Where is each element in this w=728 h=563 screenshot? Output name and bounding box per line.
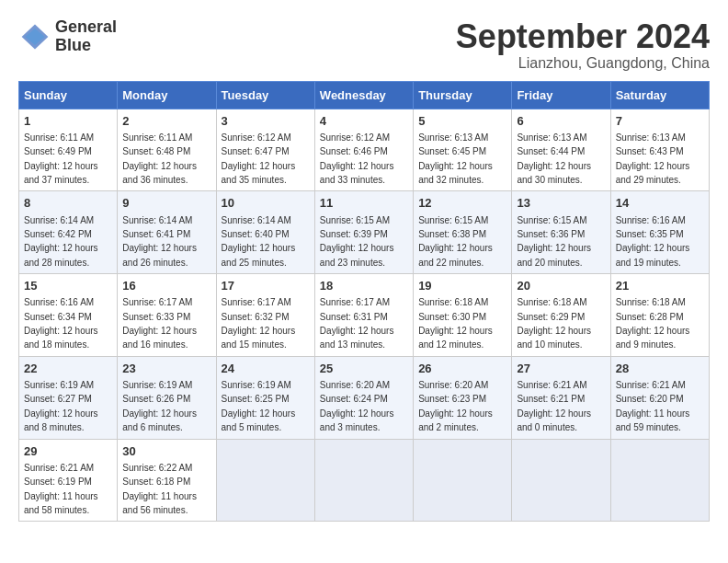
col-monday: Monday xyxy=(118,81,216,109)
day-info: Sunrise: 6:14 AMSunset: 6:42 PMDaylight:… xyxy=(24,215,98,268)
logo-text: General Blue xyxy=(55,18,117,55)
calendar-week-row-1: 1 Sunrise: 6:11 AMSunset: 6:49 PMDayligh… xyxy=(19,109,710,191)
day-info: Sunrise: 6:17 AMSunset: 6:33 PMDaylight:… xyxy=(122,297,197,350)
day-info: Sunrise: 6:13 AMSunset: 6:43 PMDaylight:… xyxy=(616,132,690,185)
table-row: 26 Sunrise: 6:20 AMSunset: 6:23 PMDaylig… xyxy=(414,356,512,439)
day-number: 10 xyxy=(222,195,310,212)
table-row: 18 Sunrise: 6:17 AMSunset: 6:31 PMDaylig… xyxy=(314,274,413,357)
day-number: 6 xyxy=(517,113,605,130)
day-number: 16 xyxy=(122,278,210,294)
day-number: 11 xyxy=(320,195,408,212)
table-row: 29 Sunrise: 6:21 AMSunset: 6:19 PMDaylig… xyxy=(19,439,118,522)
day-info: Sunrise: 6:11 AMSunset: 6:48 PMDaylight:… xyxy=(122,132,197,185)
day-number: 2 xyxy=(122,113,210,130)
day-number: 23 xyxy=(122,361,210,377)
day-info: Sunrise: 6:18 AMSunset: 6:28 PMDaylight:… xyxy=(616,297,690,350)
day-info: Sunrise: 6:11 AMSunset: 6:49 PMDaylight:… xyxy=(24,132,98,185)
day-info: Sunrise: 6:22 AMSunset: 6:18 PMDaylight:… xyxy=(122,463,197,515)
day-info: Sunrise: 6:19 AMSunset: 6:27 PMDaylight:… xyxy=(24,380,98,432)
day-info: Sunrise: 6:18 AMSunset: 6:29 PMDaylight:… xyxy=(517,297,591,350)
day-info: Sunrise: 6:12 AMSunset: 6:47 PMDaylight:… xyxy=(222,132,296,185)
day-info: Sunrise: 6:19 AMSunset: 6:26 PMDaylight:… xyxy=(122,380,197,432)
day-number: 20 xyxy=(517,278,605,294)
table-row: 27 Sunrise: 6:21 AMSunset: 6:21 PMDaylig… xyxy=(512,356,610,439)
day-number: 13 xyxy=(517,195,605,212)
table-row: 5 Sunrise: 6:13 AMSunset: 6:45 PMDayligh… xyxy=(414,109,512,191)
day-info: Sunrise: 6:13 AMSunset: 6:44 PMDaylight:… xyxy=(517,132,591,185)
day-number: 4 xyxy=(320,113,408,130)
day-info: Sunrise: 6:17 AMSunset: 6:32 PMDaylight:… xyxy=(222,297,296,350)
day-number: 15 xyxy=(24,278,112,294)
col-thursday: Thursday xyxy=(414,81,512,109)
day-number: 24 xyxy=(222,361,310,377)
col-sunday: Sunday xyxy=(19,81,118,109)
day-number: 1 xyxy=(24,113,112,130)
table-row: 13 Sunrise: 6:15 AMSunset: 6:36 PMDaylig… xyxy=(512,191,610,274)
calendar-week-row-5: 29 Sunrise: 6:21 AMSunset: 6:19 PMDaylig… xyxy=(19,439,710,522)
day-info: Sunrise: 6:13 AMSunset: 6:45 PMDaylight:… xyxy=(418,132,493,185)
table-row: 7 Sunrise: 6:13 AMSunset: 6:43 PMDayligh… xyxy=(610,109,709,191)
day-info: Sunrise: 6:21 AMSunset: 6:21 PMDaylight:… xyxy=(517,380,591,432)
table-row: 10 Sunrise: 6:14 AMSunset: 6:40 PMDaylig… xyxy=(216,191,314,274)
day-number: 26 xyxy=(418,361,506,377)
day-info: Sunrise: 6:21 AMSunset: 6:20 PMDaylight:… xyxy=(616,380,690,432)
table-row: 16 Sunrise: 6:17 AMSunset: 6:33 PMDaylig… xyxy=(118,274,216,357)
table-row: 20 Sunrise: 6:18 AMSunset: 6:29 PMDaylig… xyxy=(512,274,610,357)
day-info: Sunrise: 6:14 AMSunset: 6:41 PMDaylight:… xyxy=(122,215,197,268)
col-wednesday: Wednesday xyxy=(314,81,413,109)
day-info: Sunrise: 6:20 AMSunset: 6:24 PMDaylight:… xyxy=(320,380,394,432)
day-number: 22 xyxy=(24,361,112,377)
table-row: 19 Sunrise: 6:18 AMSunset: 6:30 PMDaylig… xyxy=(414,274,512,357)
table-row: 2 Sunrise: 6:11 AMSunset: 6:48 PMDayligh… xyxy=(118,109,216,191)
day-number: 9 xyxy=(122,195,210,212)
table-row: 15 Sunrise: 6:16 AMSunset: 6:34 PMDaylig… xyxy=(19,274,118,357)
day-number: 17 xyxy=(222,278,310,294)
table-row: 4 Sunrise: 6:12 AMSunset: 6:46 PMDayligh… xyxy=(314,109,413,191)
table-row: 6 Sunrise: 6:13 AMSunset: 6:44 PMDayligh… xyxy=(512,109,610,191)
day-info: Sunrise: 6:15 AMSunset: 6:38 PMDaylight:… xyxy=(418,215,493,268)
table-row xyxy=(216,439,314,522)
day-info: Sunrise: 6:17 AMSunset: 6:31 PMDaylight:… xyxy=(320,297,394,350)
day-number: 14 xyxy=(616,195,704,212)
table-row: 12 Sunrise: 6:15 AMSunset: 6:38 PMDaylig… xyxy=(414,191,512,274)
table-row: 9 Sunrise: 6:14 AMSunset: 6:41 PMDayligh… xyxy=(118,191,216,274)
location-subtitle: Lianzhou, Guangdong, China xyxy=(456,55,710,72)
col-friday: Friday xyxy=(512,81,610,109)
day-number: 21 xyxy=(616,278,704,294)
logo-icon xyxy=(18,20,51,53)
day-number: 29 xyxy=(24,443,112,460)
day-number: 3 xyxy=(222,113,310,130)
day-number: 7 xyxy=(616,113,704,130)
table-row: 1 Sunrise: 6:11 AMSunset: 6:49 PMDayligh… xyxy=(19,109,118,191)
table-row: 28 Sunrise: 6:21 AMSunset: 6:20 PMDaylig… xyxy=(610,356,709,439)
col-tuesday: Tuesday xyxy=(216,81,314,109)
calendar-header-row: Sunday Monday Tuesday Wednesday Thursday… xyxy=(19,81,710,109)
day-number: 27 xyxy=(517,361,605,377)
table-row: 17 Sunrise: 6:17 AMSunset: 6:32 PMDaylig… xyxy=(216,274,314,357)
page-header: General Blue September 2024 Lianzhou, Gu… xyxy=(18,18,710,72)
day-number: 30 xyxy=(122,443,210,460)
day-number: 5 xyxy=(418,113,506,130)
logo: General Blue xyxy=(18,18,117,55)
table-row xyxy=(314,439,413,522)
month-title: September 2024 xyxy=(456,18,710,55)
day-info: Sunrise: 6:15 AMSunset: 6:36 PMDaylight:… xyxy=(517,215,591,268)
day-info: Sunrise: 6:15 AMSunset: 6:39 PMDaylight:… xyxy=(320,215,394,268)
table-row: 21 Sunrise: 6:18 AMSunset: 6:28 PMDaylig… xyxy=(610,274,709,357)
table-row: 30 Sunrise: 6:22 AMSunset: 6:18 PMDaylig… xyxy=(118,439,216,522)
calendar-week-row-2: 8 Sunrise: 6:14 AMSunset: 6:42 PMDayligh… xyxy=(19,191,710,274)
table-row xyxy=(610,439,709,522)
table-row: 11 Sunrise: 6:15 AMSunset: 6:39 PMDaylig… xyxy=(314,191,413,274)
table-row: 22 Sunrise: 6:19 AMSunset: 6:27 PMDaylig… xyxy=(19,356,118,439)
day-number: 18 xyxy=(320,278,408,294)
col-saturday: Saturday xyxy=(610,81,709,109)
day-number: 12 xyxy=(418,195,506,212)
day-info: Sunrise: 6:18 AMSunset: 6:30 PMDaylight:… xyxy=(418,297,493,350)
calendar-week-row-4: 22 Sunrise: 6:19 AMSunset: 6:27 PMDaylig… xyxy=(19,356,710,439)
day-info: Sunrise: 6:16 AMSunset: 6:35 PMDaylight:… xyxy=(616,215,690,268)
calendar-week-row-3: 15 Sunrise: 6:16 AMSunset: 6:34 PMDaylig… xyxy=(19,274,710,357)
title-area: September 2024 Lianzhou, Guangdong, Chin… xyxy=(456,18,710,72)
table-row: 14 Sunrise: 6:16 AMSunset: 6:35 PMDaylig… xyxy=(610,191,709,274)
day-info: Sunrise: 6:20 AMSunset: 6:23 PMDaylight:… xyxy=(418,380,493,432)
table-row: 8 Sunrise: 6:14 AMSunset: 6:42 PMDayligh… xyxy=(19,191,118,274)
